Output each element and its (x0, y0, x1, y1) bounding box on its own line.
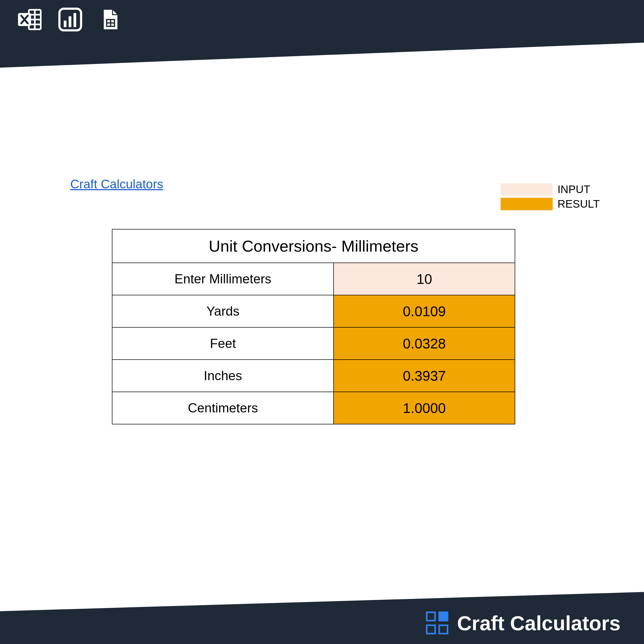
result-label: Centimeters (112, 392, 334, 424)
table-row: Feet 0.0328 (112, 327, 515, 360)
legend-swatch-input (501, 183, 553, 196)
craft-calculators-link[interactable]: Craft Calculators (70, 177, 163, 191)
header-bar (0, 0, 644, 68)
table-title-row: Unit Conversions- Millimeters (112, 229, 515, 263)
conversion-table: Unit Conversions- Millimeters Enter Mill… (112, 229, 515, 424)
result-label: Inches (112, 360, 334, 392)
input-value-cell[interactable]: 10 (334, 263, 515, 295)
chart-icon (56, 5, 85, 34)
table-row: Inches 0.3937 (112, 360, 515, 392)
result-label: Feet (112, 327, 334, 360)
legend-input-row: INPUT (501, 182, 600, 197)
table-input-row: Enter Millimeters 10 (112, 263, 515, 295)
svg-rect-7 (64, 21, 66, 27)
legend: INPUT RESULT (501, 182, 600, 211)
legend-result-label: RESULT (557, 198, 600, 210)
excel-icon (16, 5, 44, 34)
result-label: Yards (112, 295, 334, 327)
legend-result-row: RESULT (501, 197, 600, 211)
result-value: 0.0328 (334, 327, 515, 360)
breadcrumb: Craft Calculators (70, 177, 163, 191)
table-row: Centimeters 1.0000 (112, 392, 515, 424)
footer-brand-text: Craft Calculators (457, 611, 621, 635)
result-value: 0.0109 (334, 295, 515, 327)
svg-rect-9 (74, 13, 76, 27)
legend-swatch-result (501, 198, 553, 210)
footer-bar: Craft Calculators (0, 592, 644, 644)
sheets-icon (96, 5, 125, 34)
result-value: 0.3937 (334, 360, 515, 392)
input-label: Enter Millimeters (112, 263, 334, 295)
brand-grid-icon (426, 611, 449, 635)
table-title: Unit Conversions- Millimeters (112, 229, 515, 263)
legend-input-label: INPUT (557, 183, 590, 196)
svg-rect-8 (69, 16, 71, 27)
table-row: Yards 0.0109 (112, 295, 515, 327)
result-value: 1.0000 (334, 392, 515, 424)
